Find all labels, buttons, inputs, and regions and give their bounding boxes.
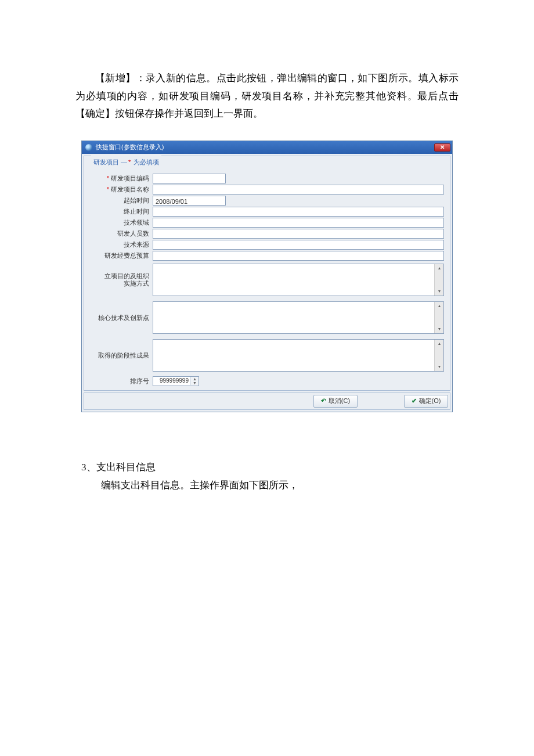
dialog-titlebar: 快捷窗口(参数信息录入) ✕ [82, 141, 452, 154]
scroll-down-icon[interactable]: ▾ [435, 363, 443, 371]
fieldset-legend: 研发项目 —* 为必填项 [91, 156, 161, 170]
button-bar: ↶ 取消(C) ✔ 确定(O) [84, 393, 450, 410]
section-3-body: 编辑支出科目信息。主操作界面如下图所示， [81, 477, 453, 495]
label-name: *研发项目名称 [88, 186, 153, 193]
label-tech-source: 技术来源 [88, 241, 153, 249]
check-icon: ✔ [412, 395, 417, 407]
label-tech-field: 技术领域 [88, 219, 153, 226]
section-3-title: 3、支出科目信息 [81, 459, 453, 477]
scroll-up-icon[interactable]: ▴ [435, 264, 443, 272]
label-purpose: 立项目的及组织 实施方式 [88, 272, 153, 287]
intro-paragraph: 【新增】：录入新的信息。点击此按钮，弹出编辑的窗口，如下图所示。填入标示为必填项… [75, 70, 459, 123]
scroll-down-icon[interactable]: ▾ [435, 287, 443, 296]
label-results: 取得的阶段性成果 [88, 352, 153, 359]
input-name[interactable] [153, 185, 444, 195]
label-code: *研发项目编码 [88, 175, 153, 182]
intro-text: 【新增】：录入新的信息。点击此按钮，弹出编辑的窗口，如下图所示。填入标示为必填项… [75, 70, 459, 123]
label-core: 核心技术及创新点 [88, 314, 153, 322]
label-staff: 研发人员数 [88, 230, 153, 237]
ok-button[interactable]: ✔ 确定(O) [404, 395, 448, 408]
input-end[interactable] [153, 207, 444, 217]
globe-icon [85, 144, 92, 151]
undo-icon: ↶ [321, 395, 326, 407]
scrollbar[interactable]: ▴ ▾ [434, 302, 443, 333]
quick-window-dialog: 快捷窗口(参数信息录入) ✕ 研发项目 —* 为必填项 *研发项目编码 *研发项… [81, 141, 453, 413]
cancel-button[interactable]: ↶ 取消(C) [313, 395, 358, 408]
scroll-down-icon[interactable]: ▾ [435, 325, 443, 333]
spinner-down-icon[interactable]: ▼ [191, 381, 199, 385]
spinner-up-icon[interactable]: ▲ [191, 377, 199, 381]
textarea-purpose[interactable]: ▴ ▾ [153, 264, 444, 296]
input-staff[interactable] [153, 229, 444, 239]
scroll-up-icon[interactable]: ▴ [435, 340, 443, 348]
scroll-up-icon[interactable]: ▴ [435, 302, 443, 310]
label-end: 终止时间 [88, 208, 153, 215]
label-start: 起始时间 [88, 197, 153, 204]
close-button[interactable]: ✕ [434, 143, 450, 152]
input-budget[interactable] [153, 251, 444, 261]
input-tech-field[interactable] [153, 218, 444, 228]
label-budget: 研发经费总预算 [88, 252, 153, 260]
form-fieldset: 研发项目 —* 为必填项 *研发项目编码 *研发项目名称 起始时间 2008/0… [84, 156, 450, 391]
scrollbar[interactable]: ▴ ▾ [434, 264, 443, 296]
input-start[interactable]: 2008/09/01 [153, 196, 226, 206]
input-order[interactable]: 999999999 ▲ ▼ [153, 376, 199, 386]
dialog-title: 快捷窗口(参数信息录入) [96, 142, 164, 153]
section-3: 3、支出科目信息 编辑支出科目信息。主操作界面如下图所示， [81, 459, 453, 494]
textarea-core[interactable]: ▴ ▾ [153, 301, 444, 334]
scrollbar[interactable]: ▴ ▾ [434, 340, 443, 371]
input-code[interactable] [153, 174, 226, 183]
textarea-results[interactable]: ▴ ▾ [153, 339, 444, 372]
label-order: 排序号 [88, 377, 153, 385]
input-tech-source[interactable] [153, 240, 444, 250]
